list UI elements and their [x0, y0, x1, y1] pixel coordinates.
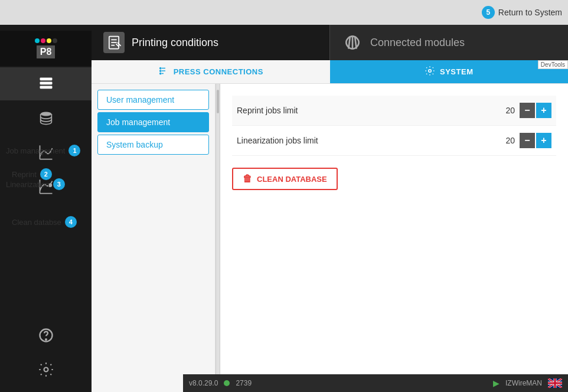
sidebar-logo: P8	[0, 31, 92, 66]
trash-icon: 🗑	[243, 174, 252, 184]
left-menu: User management Job management System ba…	[92, 84, 216, 392]
reprint-increment-button[interactable]: +	[536, 103, 551, 118]
linearization-value: 20	[497, 136, 515, 145]
sidebar-bottom	[0, 319, 92, 392]
sidebar-item-linearization1[interactable]	[0, 136, 92, 169]
devtools-badge: DevTools	[538, 60, 568, 69]
linearization-decrement-button[interactable]: −	[520, 133, 535, 148]
svg-point-10	[45, 339, 47, 340]
status-indicator	[224, 380, 230, 386]
connected-modules-icon	[342, 32, 363, 53]
bottom-bar: v8.0.29.0 2739 ▶ IZWireMAN	[183, 374, 568, 392]
svg-point-18	[159, 73, 161, 74]
svg-point-8	[48, 184, 51, 187]
right-content: Reprint jobs limit 20 − + Linearization …	[220, 84, 568, 392]
app-header: Printing conditions Connected modules	[92, 25, 568, 60]
tabs-bar: PRESS CONNECTIONS SYSTEM DevTools	[92, 60, 568, 84]
setting-row-linearization: Linearization jobs limit 20 − +	[232, 126, 556, 156]
tab-system-label: SYSTEM	[440, 67, 473, 76]
menu-item-job-management[interactable]: Job management	[97, 112, 209, 132]
printing-conditions-icon	[103, 32, 125, 53]
content-area: User management Job management System ba…	[92, 84, 568, 392]
return-to-system-button[interactable]: 5 Return to System	[482, 6, 562, 19]
return-label: Return to System	[498, 8, 562, 17]
sidebar-item-settings[interactable]	[0, 353, 92, 386]
svg-point-3	[40, 112, 51, 116]
linearization-increment-button[interactable]: +	[536, 133, 551, 148]
language-flag[interactable]	[548, 378, 562, 388]
play-icon: ▶	[493, 378, 500, 388]
svg-point-16	[159, 67, 161, 68]
press-connections-icon	[158, 66, 169, 78]
clean-db-label: CLEAN DATABASE	[257, 175, 327, 184]
sidebar-item-help[interactable]	[0, 319, 92, 352]
svg-point-19	[429, 70, 432, 73]
svg-rect-1	[40, 82, 52, 85]
svg-point-17	[159, 70, 161, 71]
svg-rect-0	[40, 78, 52, 81]
reprint-label: Reprint jobs limit	[237, 106, 497, 115]
sidebar-top: P8	[0, 25, 92, 319]
tab-press-connections[interactable]: PRESS CONNECTIONS	[92, 60, 330, 83]
system-tab-icon	[425, 66, 435, 78]
clean-database-button[interactable]: 🗑 CLEAN DATABASE	[232, 168, 338, 190]
sidebar: P8	[0, 25, 92, 392]
sidebar-item-files[interactable]	[0, 67, 92, 100]
tab-system[interactable]: SYSTEM	[330, 60, 569, 83]
printing-conditions-title: Printing conditions	[132, 37, 218, 49]
tab-press-connections-label: PRESS CONNECTIONS	[174, 67, 263, 76]
network-label: IZWireMAN	[505, 379, 542, 387]
header-printing-conditions[interactable]: Printing conditions	[92, 25, 329, 60]
reprint-value: 20	[497, 106, 515, 115]
top-bar: 5 Return to System	[0, 0, 568, 25]
menu-item-system-backup[interactable]: System backup	[97, 135, 209, 155]
sidebar-item-linearization2[interactable]	[0, 170, 92, 203]
version-text: v8.0.29.0	[189, 379, 218, 387]
app-container: Printing conditions Connected modules	[92, 25, 568, 392]
build-text: 2739	[236, 379, 252, 387]
logo-text: P8	[37, 45, 56, 58]
sidebar-item-database[interactable]	[0, 102, 92, 135]
svg-point-11	[44, 368, 48, 372]
setting-row-reprint: Reprint jobs limit 20 − +	[232, 96, 556, 126]
scroll-thumb	[217, 90, 219, 113]
scroll-divider[interactable]	[216, 84, 220, 392]
return-badge: 5	[482, 6, 495, 19]
reprint-decrement-button[interactable]: −	[520, 103, 535, 118]
linearization-label: Linearization jobs limit	[237, 136, 497, 145]
connected-modules-title: Connected modules	[370, 37, 465, 49]
header-connected-modules[interactable]: Connected modules	[329, 25, 568, 60]
menu-item-user-management[interactable]: User management	[97, 90, 209, 110]
svg-rect-2	[40, 86, 52, 89]
